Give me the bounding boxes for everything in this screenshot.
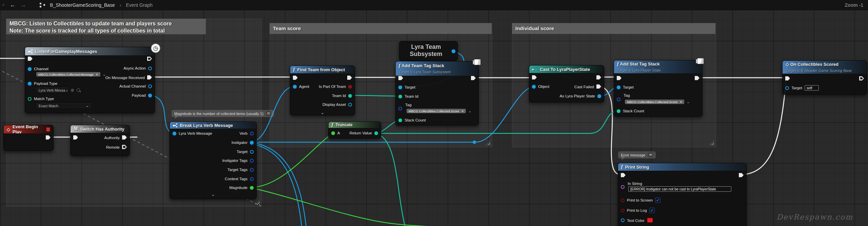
exec-in-pin[interactable] xyxy=(28,57,33,61)
payload-pin[interactable]: Payload xyxy=(132,93,152,97)
agent-pin[interactable]: Agent xyxy=(293,84,309,89)
text-color-swatch[interactable] xyxy=(647,218,653,223)
context-tags-pin[interactable]: Context Tags xyxy=(225,177,254,181)
node-lyra-team-subsystem[interactable]: Lyra Team Subsystem xyxy=(399,41,458,61)
instigator-tags-pin[interactable]: Instigator Tags xyxy=(222,158,254,163)
target-pin[interactable]: Target xyxy=(398,85,415,89)
exec-out-pin[interactable] xyxy=(147,57,152,61)
browse-icon[interactable] xyxy=(77,88,80,92)
node-header[interactable]: ▸→ Cast To LyraPlayerState xyxy=(529,65,604,73)
expand-node-button[interactable]: ⌄ xyxy=(321,111,324,114)
bubble-pin-icon[interactable] xyxy=(648,152,653,157)
node-switch-has-authority[interactable]: M Switch Has Authority Authority Remote xyxy=(70,125,130,156)
exec-in-pin[interactable] xyxy=(785,76,790,81)
node-on-collectibles-scored[interactable]: ◇ On Collectibles Scored Target is B Sho… xyxy=(782,60,867,95)
tag-chip[interactable]: MBCG.Collectibles.Collected.Score✕ ⌄ xyxy=(407,109,471,113)
breadcrumb-graph-name[interactable]: Event Graph xyxy=(126,2,153,8)
team-id-pin[interactable]: Team Id xyxy=(398,94,418,98)
node-header[interactable]: Break Lyra Verb Message xyxy=(170,122,256,129)
node-header[interactable]: f Add Stat Tag Stack Target is Lyra Play… xyxy=(614,60,702,73)
node-event-begin-play[interactable]: ◇ Event Begin Play xyxy=(3,125,54,151)
target-self-field[interactable]: self xyxy=(805,85,819,91)
node-header[interactable]: f Find Team from Object xyxy=(290,66,355,73)
actual-channel-pin[interactable]: Actual Channel xyxy=(119,84,152,88)
return-value-pin[interactable]: Return Value xyxy=(350,131,378,135)
node-header[interactable]: ListenForGameplayMessages xyxy=(25,47,155,55)
node-listen-for-gameplay-messages[interactable]: ListenForGameplayMessages Channel MBCG.C… xyxy=(25,47,155,113)
chevron-down-icon[interactable]: ⌄ xyxy=(468,109,471,113)
stack-count-pin[interactable]: Stack Count xyxy=(398,118,426,122)
remote-pin[interactable]: Remote xyxy=(106,145,127,149)
node-print-string[interactable]: f Print String In String [ERROR] Instiga… xyxy=(618,163,747,226)
instigator-pin[interactable]: Instigator xyxy=(232,140,254,145)
target-pin[interactable]: Target xyxy=(237,150,254,154)
node-add-stat-tag-stack[interactable]: f Add Stat Tag Stack Target is Lyra Play… xyxy=(614,60,703,117)
on-message-received-pin[interactable]: On Message Received xyxy=(105,75,152,80)
verb-pin[interactable]: Verb xyxy=(239,131,254,135)
match-type-pin[interactable]: Match Type xyxy=(28,97,54,101)
print-to-screen-pin[interactable]: Print to Screen ✓ xyxy=(621,197,660,203)
exec-out-pin[interactable] xyxy=(859,76,864,81)
print-to-log-checkbox[interactable]: ✓ xyxy=(649,208,655,213)
exec-out-pin[interactable] xyxy=(596,75,601,80)
a-pin[interactable]: A xyxy=(331,131,340,135)
tag-pin[interactable] xyxy=(398,107,402,111)
exec-in-pin[interactable] xyxy=(398,76,403,80)
print-to-log-pin[interactable]: Print to Log ✓ xyxy=(621,208,655,213)
exec-in-pin[interactable] xyxy=(617,76,622,80)
node-truncate[interactable]: f Truncate A Return Value xyxy=(328,121,381,138)
collapse-node-button[interactable]: ⌃ xyxy=(211,195,215,198)
target-tags-pin[interactable]: Target Tags xyxy=(228,168,254,172)
node-header[interactable]: M Switch Has Authority xyxy=(71,125,130,133)
back-arrow-icon[interactable]: ← xyxy=(10,2,16,8)
exec-out-pin[interactable] xyxy=(695,76,699,80)
target-pin[interactable]: Target xyxy=(617,85,634,89)
in-string-pin[interactable] xyxy=(621,185,625,189)
reroute-node[interactable] xyxy=(473,140,476,144)
in-string-field[interactable]: [ERROR] Instigator can not be cast to Ly… xyxy=(628,186,731,192)
node-header[interactable]: f Print String xyxy=(618,163,746,171)
breadcrumb-asset-name[interactable]: B_ShooterGameScoring_Base xyxy=(50,2,115,8)
remove-tag-icon[interactable]: ✕ xyxy=(679,100,682,103)
node-header[interactable]: ◇ Event Begin Play xyxy=(4,125,53,133)
payload-type-pin[interactable]: Payload Type xyxy=(28,81,57,86)
tag-chip[interactable]: MBCG.Collectibles.Collected.Score✕ ⌄ xyxy=(625,100,690,104)
object-pin[interactable]: Object xyxy=(532,84,549,89)
team-id-pin[interactable]: Team Id xyxy=(332,94,352,98)
node-cast-to-lyra-player-state[interactable]: ▸→ Cast To LyraPlayerState Object Cast F… xyxy=(529,65,604,102)
authority-pin[interactable]: Authority xyxy=(104,135,127,140)
exec-in-pin[interactable] xyxy=(293,76,298,80)
exec-in-pin[interactable] xyxy=(73,135,78,140)
target-pin[interactable]: Target self xyxy=(785,85,819,91)
exec-in-pin[interactable] xyxy=(532,75,537,80)
node-find-team-from-object[interactable]: f Find Team from Object Agent Is Part Of… xyxy=(290,65,355,115)
node-break-lyra-verb-message[interactable]: Break Lyra Verb Message Lyra Verb Messag… xyxy=(170,121,257,199)
text-color-pin[interactable]: Text Color xyxy=(621,218,653,223)
stack-count-pin[interactable]: Stack Count xyxy=(617,109,644,113)
add-icon[interactable]: ⊕ xyxy=(71,88,74,93)
subsystem-out-pin[interactable] xyxy=(452,50,455,53)
tag-pin[interactable] xyxy=(617,98,620,101)
exec-in-pin[interactable] xyxy=(621,173,626,177)
as-lyra-player-state-pin[interactable]: As Lyra Player State xyxy=(560,94,601,98)
match-type-dropdown[interactable]: Exact Match⌄ xyxy=(36,102,91,109)
forward-arrow-icon[interactable]: → xyxy=(20,2,26,8)
print-to-screen-checkbox[interactable]: ✓ xyxy=(655,197,660,203)
node-header[interactable]: f Add Team Tag Stack Target is Lyra Team… xyxy=(396,61,478,76)
remove-tag-icon[interactable]: ✕ xyxy=(96,73,98,76)
node-add-team-tag-stack[interactable]: f Add Team Tag Stack Target is Lyra Team… xyxy=(395,61,479,126)
exec-out-pin[interactable] xyxy=(347,76,352,80)
cast-failed-pin[interactable]: Cast Failed xyxy=(574,84,601,89)
remove-tag-icon[interactable]: ✕ xyxy=(461,109,464,113)
exec-out-pin[interactable] xyxy=(471,76,476,80)
payload-type-dropdown[interactable]: Lyra Verb Messa⌄ ⊕ xyxy=(36,87,80,93)
lyra-verb-message-pin[interactable]: Lyra Verb Message xyxy=(173,131,212,135)
bubble-pin-icon[interactable] xyxy=(266,111,271,116)
async-action-pin[interactable]: Async Action xyxy=(123,66,152,70)
exec-out-pin[interactable] xyxy=(739,173,744,177)
channel-pin[interactable]: Channel xyxy=(28,67,48,71)
is-part-of-team-pin[interactable]: Is Part Of Team xyxy=(319,84,352,89)
exec-out-pin[interactable] xyxy=(46,135,51,140)
display-asset-pin[interactable]: Display Asset xyxy=(322,102,352,107)
node-header[interactable]: ◇ On Collectibles Scored Target is B Sho… xyxy=(783,61,867,74)
